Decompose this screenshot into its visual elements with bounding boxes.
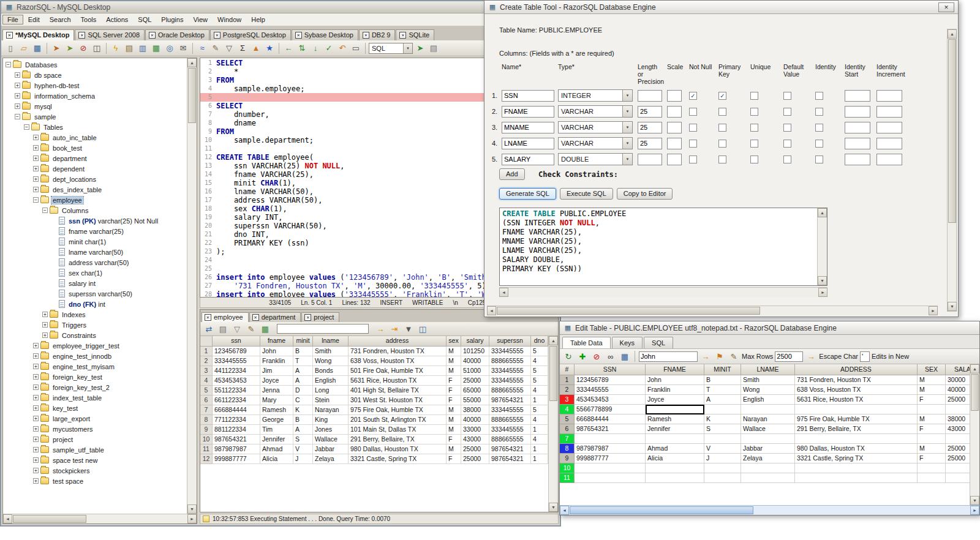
cell-ssn[interactable]: 666884444 <box>575 414 646 424</box>
cell-salary[interactable] <box>946 405 970 414</box>
tree-item[interactable]: +large_export <box>3 413 187 424</box>
table-row[interactable]: 1123456789JohnBSmith731 Fondren, Houston… <box>560 375 970 385</box>
unique-checkbox[interactable] <box>750 108 758 116</box>
cell-ssn[interactable]: 123456789 <box>575 375 646 385</box>
tree-item[interactable]: +des_index_table <box>3 184 187 195</box>
connection-tab[interactable]: ✕SQLite <box>396 29 434 40</box>
identity-checkbox[interactable] <box>815 92 823 100</box>
tree-item[interactable]: ssn (PK) varchar(25) Not Null <box>3 216 187 226</box>
tab-sql[interactable]: SQL <box>644 337 673 348</box>
results-grid-icon[interactable]: ▦ <box>259 323 271 335</box>
cell-ssn[interactable] <box>575 473 646 483</box>
cell-sex[interactable]: M <box>918 375 946 385</box>
expand-icon[interactable]: + <box>15 83 20 88</box>
cell-ssn[interactable]: 333445555 <box>575 385 646 395</box>
identity-start-input[interactable] <box>845 122 870 133</box>
row-number[interactable]: 5 <box>560 414 575 424</box>
tree-item[interactable]: +engine_test_innodb <box>3 351 187 361</box>
quick-connect-icon[interactable]: ➤ <box>64 42 76 54</box>
insert-row-icon[interactable]: ✚ <box>576 350 589 362</box>
default-value-checkbox[interactable] <box>783 92 791 100</box>
column-name-input[interactable] <box>502 154 554 165</box>
cell-salary[interactable]: 43000 <box>946 424 970 434</box>
window-horizontal-scrollbar[interactable]: ◄ ► <box>487 306 938 315</box>
plug-icon[interactable]: ➤ <box>414 42 426 54</box>
expand-icon[interactable]: + <box>15 103 20 109</box>
search-go-icon[interactable]: → <box>699 350 712 362</box>
table-row[interactable]: 9999887777AliciaJZelaya3321 Castle, Spri… <box>560 454 970 463</box>
binary-data-icon[interactable]: ◫ <box>91 42 103 54</box>
tree-item[interactable]: +dept_locations <box>3 174 187 184</box>
scrollbar-thumb[interactable] <box>948 39 956 223</box>
result-tab-project[interactable]: ✕project <box>301 312 339 322</box>
expand-icon[interactable]: + <box>33 416 39 421</box>
tree-item[interactable]: +employee_trigger_test <box>3 340 187 351</box>
default-value-checkbox[interactable] <box>783 156 791 163</box>
scroll-up-icon[interactable]: ▲ <box>970 364 979 373</box>
cell-sex[interactable] <box>918 434 946 444</box>
menu-plugins[interactable]: Plugins <box>156 15 188 24</box>
save-icon[interactable]: ▦ <box>31 42 43 54</box>
identity-checkbox[interactable] <box>815 140 823 148</box>
table-row[interactable]: 7 <box>560 434 970 444</box>
column-header-salary[interactable]: SALARY <box>946 364 970 375</box>
expand-icon[interactable]: + <box>42 322 48 328</box>
open-folder-icon[interactable]: ▱ <box>18 42 30 54</box>
menu-view[interactable]: View <box>188 15 213 24</box>
results-swap-icon[interactable]: ⇄ <box>203 323 215 335</box>
length-input[interactable] <box>638 154 662 165</box>
cell-address[interactable]: 638 Voss, Houston TX <box>795 385 918 395</box>
close-tab-icon[interactable]: ✕ <box>6 32 13 39</box>
table-row[interactable]: 8987987987AhmadVJabbar980 Dallas, Housto… <box>560 444 970 454</box>
cell-sex[interactable]: M <box>918 414 946 424</box>
table-row[interactable]: 9881122334TimAJones101 Main St, Dallas T… <box>200 425 548 435</box>
default-value-checkbox[interactable] <box>783 140 791 148</box>
not-null-checkbox[interactable] <box>689 140 697 148</box>
table-row[interactable]: 6987654321JenniferSWallace291 Berry, Bel… <box>560 424 970 434</box>
tree-item[interactable]: +department <box>3 153 187 163</box>
unique-checkbox[interactable] <box>750 156 758 163</box>
row-number[interactable]: 1 <box>560 375 575 385</box>
tree-item[interactable]: +mycustomers <box>3 424 187 434</box>
column-type-dropdown[interactable]: DOUBLE▼ <box>558 153 633 165</box>
table-row[interactable]: 5551122334JennaDLong401 High St, Bellair… <box>200 386 548 396</box>
default-value-checkbox[interactable] <box>783 108 791 116</box>
scroll-down-icon[interactable]: ▼ <box>970 496 979 505</box>
connection-tab[interactable]: ✕Oracle Desktop <box>145 29 209 40</box>
scale-input[interactable] <box>667 90 682 102</box>
default-value-checkbox[interactable] <box>783 124 791 132</box>
identity-checkbox[interactable] <box>815 108 823 116</box>
cell-lname[interactable] <box>741 405 795 414</box>
cell-lname[interactable]: Zelaya <box>741 454 795 463</box>
window-vertical-scrollbar[interactable]: ▲ ▼ <box>947 29 957 312</box>
tree-item[interactable]: +index_test_table <box>3 392 187 403</box>
unique-checkbox[interactable] <box>750 92 758 100</box>
cell-fname[interactable] <box>646 405 704 414</box>
table-row[interactable]: 3441122334JimABonds501 Fire Oak, Humble … <box>200 366 548 376</box>
cell-fname[interactable] <box>646 473 704 483</box>
scrollbar-thumb[interactable] <box>13 515 86 523</box>
cell-salary[interactable]: 25000 <box>946 454 970 463</box>
scale-input[interactable] <box>667 106 682 118</box>
scale-input[interactable] <box>667 138 682 149</box>
tree-item[interactable]: −Columns <box>3 205 187 216</box>
sql-horizontal-scrollbar[interactable]: ◄ ► <box>499 287 827 297</box>
identity-increment-input[interactable] <box>876 122 902 133</box>
collapse-icon[interactable]: − <box>24 124 29 130</box>
results-edit-icon[interactable]: ✎ <box>245 323 257 335</box>
column-header-superssn[interactable]: superssn <box>489 336 531 347</box>
column-header-num[interactable]: # <box>560 364 575 375</box>
tree-vertical-scrollbar[interactable]: ▲ ▼ <box>187 58 197 514</box>
row-number[interactable]: 10 <box>560 463 575 473</box>
column-name-input[interactable] <box>502 138 554 149</box>
connection-tab[interactable]: ✕PostgreSQL Desktop <box>210 29 291 40</box>
table-row[interactable]: 11987987987AhmadVJabbar980 Dallas, Houst… <box>200 444 548 454</box>
cell-sex[interactable]: F <box>918 395 946 405</box>
column-header-ssn[interactable]: SSN <box>575 364 646 375</box>
new-document-icon[interactable]: ▯ <box>4 42 17 54</box>
scroll-up-icon[interactable]: ▲ <box>187 58 197 67</box>
column-header-salary[interactable]: salary <box>461 336 489 347</box>
cell-minit[interactable] <box>704 434 741 444</box>
expand-icon[interactable]: + <box>33 145 39 151</box>
maxrows-go-icon[interactable]: → <box>805 350 817 362</box>
